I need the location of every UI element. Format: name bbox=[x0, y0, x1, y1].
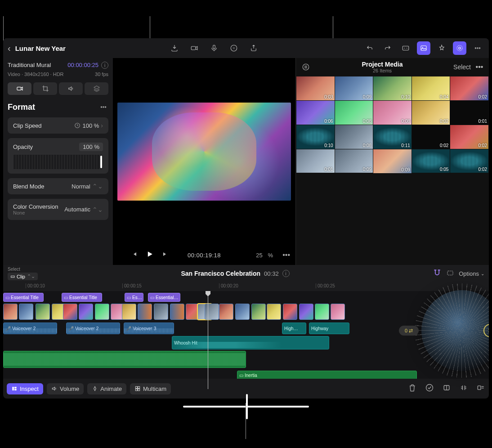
microphone-icon[interactable] bbox=[207, 41, 221, 55]
title-clip[interactable]: ▭ Essential… bbox=[148, 293, 180, 302]
prev-frame-button[interactable] bbox=[131, 251, 138, 260]
video-clip-segment[interactable] bbox=[251, 304, 266, 320]
video-clip-segment[interactable] bbox=[205, 304, 219, 320]
video-clip-segment[interactable] bbox=[315, 304, 329, 320]
highway-clip[interactable]: Highway bbox=[309, 323, 349, 334]
media-thumbnail[interactable]: 0:09 bbox=[335, 149, 373, 173]
title-clip[interactable]: ▭ Es… bbox=[125, 293, 143, 302]
timeline-clip-selector[interactable]: ▭ Clip ⌃⌄ bbox=[8, 273, 38, 280]
media-thumbnail[interactable]: 0:02 bbox=[450, 76, 488, 100]
tool-2-icon[interactable] bbox=[459, 383, 468, 394]
media-thumbnail[interactable]: 0:10 bbox=[296, 125, 335, 149]
video-clip-segment[interactable] bbox=[79, 304, 93, 320]
sfx-clip[interactable]: Whoosh Hit bbox=[172, 336, 329, 349]
video-clip-segment[interactable] bbox=[36, 304, 50, 320]
media-thumbnail[interactable]: 0:06 bbox=[296, 101, 335, 125]
share-icon[interactable] bbox=[247, 41, 260, 55]
viewer-more-icon[interactable]: ••• bbox=[282, 251, 290, 259]
tool-1-icon[interactable] bbox=[442, 383, 451, 394]
undo-icon[interactable] bbox=[363, 41, 376, 55]
media-thumbnail[interactable]: 0:09 bbox=[373, 149, 411, 173]
tool-3-icon[interactable] bbox=[476, 383, 485, 394]
video-clip-segment[interactable] bbox=[219, 304, 233, 320]
import-icon[interactable] bbox=[168, 41, 181, 55]
media-thumbnail[interactable]: 0:10 bbox=[373, 76, 411, 100]
video-clip-segment[interactable] bbox=[154, 304, 168, 320]
video-clip-segment[interactable] bbox=[299, 304, 313, 320]
media-thumbnail[interactable]: 0:08 bbox=[373, 101, 411, 125]
media-thumbnail[interactable]: 0:02 bbox=[450, 125, 488, 149]
trash-icon[interactable] bbox=[408, 383, 417, 394]
media-thumbnail[interactable]: 0:05 bbox=[412, 149, 450, 173]
opacity-row[interactable]: Opacity 100 % bbox=[8, 138, 108, 174]
media-thumbnail[interactable]: 0:08 bbox=[335, 101, 373, 125]
captions-icon[interactable] bbox=[399, 41, 412, 55]
timeline-info-icon[interactable]: i bbox=[282, 270, 290, 277]
video-clip-segment[interactable] bbox=[283, 304, 297, 320]
video-clip-segment[interactable] bbox=[63, 304, 77, 320]
video-clip-segment[interactable] bbox=[331, 304, 345, 320]
enable-icon[interactable] bbox=[425, 383, 434, 394]
opacity-slider[interactable] bbox=[13, 155, 103, 169]
snapping-icon[interactable] bbox=[433, 269, 442, 279]
video-clip-segment[interactable] bbox=[122, 304, 136, 320]
viewer-timecode[interactable]: 00:00:19:18 bbox=[183, 251, 225, 260]
next-frame-button[interactable] bbox=[161, 251, 169, 260]
highway-clip[interactable]: High… bbox=[282, 323, 306, 334]
video-clip-segment[interactable] bbox=[95, 304, 109, 320]
info-icon[interactable]: i bbox=[101, 62, 108, 69]
effects-icon[interactable] bbox=[435, 41, 448, 55]
tab-video[interactable] bbox=[8, 82, 31, 95]
media-thumbnail[interactable]: 0:01 bbox=[296, 149, 335, 173]
music-clip[interactable] bbox=[3, 351, 246, 368]
title-clip[interactable]: ▭ Essential Title bbox=[3, 293, 44, 302]
playhead[interactable] bbox=[208, 291, 208, 389]
opacity-value[interactable]: 100 % bbox=[79, 143, 103, 151]
bottom-scrubber[interactable] bbox=[0, 406, 492, 408]
media-icon[interactable] bbox=[417, 41, 430, 55]
multicam-button[interactable]: Multicam bbox=[130, 383, 171, 394]
title-clip[interactable]: ▭ Essential Title bbox=[62, 293, 102, 302]
animate-button[interactable]: Animate bbox=[87, 383, 126, 394]
browser-select-button[interactable]: Select bbox=[453, 63, 471, 71]
volume-button[interactable]: Volume bbox=[47, 383, 84, 394]
inspect-button[interactable]: Inspect bbox=[7, 383, 43, 394]
redo-icon[interactable] bbox=[381, 41, 394, 55]
video-clip-segment[interactable] bbox=[267, 304, 281, 320]
tab-layers[interactable] bbox=[85, 82, 108, 95]
timeline-ruler[interactable]: 00:00:1000:00:1500:00:2000:00:25 bbox=[3, 282, 489, 291]
timeline-options-button[interactable]: Options ⌄ bbox=[459, 270, 484, 277]
media-thumbnail[interactable]: 0:02 bbox=[412, 101, 450, 125]
marker-icon[interactable] bbox=[227, 41, 241, 55]
inertia-clip[interactable]: ▭ Inertia bbox=[237, 371, 417, 380]
video-clip-segment[interactable] bbox=[235, 304, 250, 320]
viewer-canvas[interactable] bbox=[113, 58, 295, 245]
tab-crop[interactable] bbox=[33, 82, 57, 95]
media-thumbnail[interactable]: 0:04 bbox=[412, 76, 450, 100]
back-button[interactable]: ‹ bbox=[8, 43, 11, 54]
video-clip-segment[interactable] bbox=[170, 304, 184, 320]
browser-more-icon[interactable]: ••• bbox=[474, 62, 484, 72]
color-conversion-row[interactable]: Color Conversion None Automatic ⌃⌄ bbox=[8, 199, 108, 220]
clip-speed-row[interactable]: Clip Speed 100 %› bbox=[8, 117, 108, 134]
more-icon[interactable] bbox=[471, 41, 484, 55]
zone-icon[interactable] bbox=[446, 269, 454, 278]
video-clip-segment[interactable] bbox=[19, 304, 33, 320]
browser-list-icon[interactable] bbox=[300, 62, 311, 72]
media-thumbnail[interactable]: 0:08 bbox=[335, 125, 373, 149]
media-thumbnail[interactable]: 0:09 bbox=[335, 76, 373, 100]
media-thumbnail[interactable]: 0:01 bbox=[450, 101, 488, 125]
format-more-icon[interactable] bbox=[98, 102, 108, 112]
blend-mode-row[interactable]: Blend Mode Normal ⌃⌄ bbox=[8, 178, 108, 194]
media-thumbnail[interactable]: 0:02 bbox=[450, 149, 488, 173]
video-clip-segment[interactable] bbox=[138, 304, 152, 320]
settings-gear-icon[interactable] bbox=[453, 41, 466, 55]
jog-wheel[interactable]: 0 ⇄ ✕ bbox=[421, 290, 489, 371]
camera-icon[interactable] bbox=[188, 41, 201, 55]
media-thumbnail[interactable]: 0:11 bbox=[373, 125, 411, 149]
media-thumbnail[interactable]: 0:03 bbox=[296, 76, 335, 100]
viewer-zoom[interactable]: 25 % bbox=[256, 252, 273, 259]
jog-close-button[interactable]: ✕ bbox=[483, 324, 489, 337]
play-button[interactable] bbox=[145, 250, 154, 260]
tab-audio[interactable] bbox=[59, 82, 83, 95]
